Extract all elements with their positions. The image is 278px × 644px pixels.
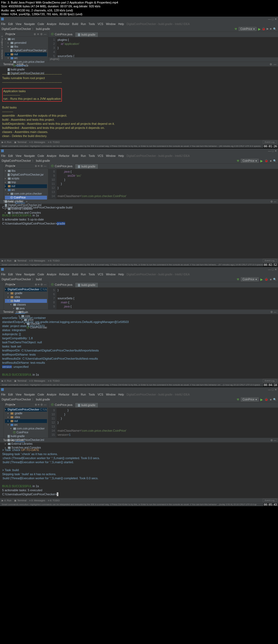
menu-help[interactable]: Help [118, 393, 124, 396]
bottom-terminal[interactable]: ▣ Terminal [14, 379, 26, 382]
menu-window[interactable]: Window [106, 273, 116, 276]
tree-ext[interactable]: External Libraries [11, 442, 33, 446]
bottom-todo[interactable]: ≡ 6: TODO [48, 259, 59, 262]
bottom-terminal[interactable]: ▣ Terminal [14, 259, 26, 262]
menu-edit[interactable]: Edit [8, 154, 13, 157]
menu-refactor[interactable]: Refactor [59, 23, 70, 26]
tree-src[interactable]: src [14, 423, 18, 427]
breadcrumb-file[interactable]: build.gradle [36, 27, 50, 30]
terminal-add-icon[interactable]: + [26, 310, 28, 313]
project-tree[interactable]: ▾DigitalCoinPriceChecker C:\Users\abuei\… [4, 407, 48, 450]
menu-edit[interactable]: Edit [8, 393, 13, 396]
menu-vcs[interactable]: VCS [98, 154, 103, 157]
menu-run[interactable]: Run [81, 23, 86, 26]
menu-window[interactable]: Window [106, 393, 116, 396]
editor[interactable]: 5678910 } sourceSets { main { java { src… [48, 288, 278, 309]
menu-help[interactable]: Help [118, 23, 124, 26]
run-config-select[interactable]: CoinPrice ▾ [239, 27, 257, 31]
bottom-todo[interactable]: ≡ 6: TODO [48, 379, 59, 382]
breadcrumb-project[interactable]: DigitalCoinPriceChecker [2, 278, 31, 281]
menu-code[interactable]: Code [37, 273, 44, 276]
menu-view[interactable]: View [15, 154, 21, 157]
menu-edit[interactable]: Edit [8, 273, 13, 276]
bottom-todo[interactable]: ≡ 6: TODO [48, 499, 59, 502]
stop-icon[interactable]: ■ [270, 398, 271, 401]
tree-root[interactable]: DigitalCoinPriceChecker [8, 288, 39, 291]
target-icon[interactable]: ⊕ [34, 33, 36, 36]
breadcrumb-build[interactable]: build [36, 278, 42, 281]
menu-file[interactable]: File [1, 154, 5, 157]
menu-tools[interactable]: Tools [89, 273, 95, 276]
menu-tools[interactable]: Tools [89, 23, 95, 26]
menu-run[interactable]: Run [81, 273, 86, 276]
menu-run[interactable]: Run [81, 393, 86, 396]
menu-file[interactable]: File [1, 23, 5, 26]
tree-idea[interactable]: .idea [14, 415, 20, 419]
search-icon[interactable]: 🔍 [273, 159, 276, 162]
editor-tab-buildgradle[interactable]: build.gradle [75, 164, 98, 169]
editor-tab-buildgradle[interactable]: build.gradle [75, 32, 98, 37]
gear-icon[interactable]: ⚙ [40, 33, 43, 36]
tree-gradle[interactable]: .gradle [14, 291, 23, 295]
editor[interactable]: 891011121314 java { srcDir 'src' } } } m… [48, 169, 278, 199]
tree-generated[interactable]: generated [14, 41, 26, 45]
editor-tab-coinprice[interactable]: ⓒCoinPrice.java [48, 163, 75, 169]
run-icon[interactable]: ▶ [260, 159, 263, 163]
tree-pkg[interactable]: com.coin.price.checker [17, 427, 45, 431]
editor-breadcrumb[interactable]: plugins() [48, 57, 278, 62]
tree-class[interactable]: CoinPrice [17, 431, 28, 434]
search-icon[interactable]: 🔍 [273, 398, 276, 401]
terminal-tab-local[interactable]: Local [15, 310, 25, 314]
terminal-tab-local[interactable]: Local [15, 63, 25, 66]
build-icon[interactable]: ⚒ [237, 159, 239, 162]
editor-tab-buildgradle[interactable]: build.gradle [75, 403, 98, 407]
menu-analyze[interactable]: Analyze [47, 393, 56, 396]
window-controls[interactable]: — □ ✕ [268, 17, 277, 21]
collapse-icon[interactable]: ≑ [37, 33, 39, 36]
menu-build[interactable]: Build [72, 393, 78, 396]
menu-view[interactable]: View [15, 273, 21, 276]
terminal-add-icon[interactable]: + [26, 200, 28, 203]
menu-window[interactable]: Window [106, 154, 116, 157]
bottom-run[interactable]: ▶ 4: Run [2, 141, 11, 144]
debug-icon[interactable]: 🐞 [262, 27, 266, 31]
menu-vcs[interactable]: VCS [98, 393, 103, 396]
terminal-tab-local[interactable]: Local [15, 200, 25, 203]
event-log[interactable]: Event Log [263, 140, 276, 144]
debug-icon[interactable]: 🐞 [264, 278, 268, 281]
menu-refactor[interactable]: Refactor [59, 393, 70, 396]
menu-view[interactable]: View [15, 23, 21, 26]
menu-vcs[interactable]: VCS [98, 273, 103, 276]
bottom-messages[interactable]: ≡ 0: Messages [29, 499, 45, 502]
build-icon[interactable]: ⚒ [235, 27, 237, 30]
editor-tab-buildgradle[interactable]: build.gradle [75, 283, 98, 287]
bottom-messages[interactable]: ≡ 0: Messages [29, 141, 45, 144]
run-icon[interactable]: ▶ [260, 278, 263, 281]
hide-icon[interactable]: — [274, 63, 276, 66]
menu-view[interactable]: View [15, 393, 21, 396]
tree-out[interactable]: out [11, 184, 15, 188]
terminal-output[interactable]: > Task :check UP-TO-DATE Skipping task '… [0, 443, 278, 498]
tree-root[interactable]: DigitalCoinPriceChecker [8, 408, 39, 412]
menu-refactor[interactable]: Refactor [59, 154, 70, 157]
tree-root[interactable]: src [11, 37, 15, 41]
bottom-terminal[interactable]: ▣ Terminal [14, 499, 26, 502]
breadcrumb-project[interactable]: DigitalCoinPriceChecker [2, 159, 31, 162]
bottom-run[interactable]: ▶ 4: Run [2, 259, 11, 262]
bottom-todo[interactable]: ≡ 6: TODO [48, 141, 59, 144]
bottom-terminal[interactable]: ▣ Terminal [14, 141, 26, 144]
menu-vcs[interactable]: VCS [98, 23, 103, 26]
run-icon[interactable]: ▶ [260, 398, 263, 402]
left-gutter[interactable] [0, 282, 4, 309]
bottom-messages[interactable]: ≡ 0: Messages [29, 379, 45, 382]
bottom-run[interactable]: ▶ 4: Run [2, 499, 11, 502]
tree-classes[interactable]: classes [17, 303, 26, 307]
breadcrumb-file[interactable]: build.gradle [36, 159, 50, 162]
menu-build[interactable]: Build [72, 154, 78, 157]
menubar[interactable]: File Edit View Navigate Code Analyze Ref… [0, 21, 278, 26]
tree-class[interactable]: CoinPrice [14, 196, 26, 200]
terminal-output[interactable]: sourceSets: SourceSet container standard… [0, 314, 278, 378]
left-gutter[interactable] [0, 402, 4, 438]
tree-buildgradle[interactable]: build.gradle [11, 68, 25, 71]
tree-jar[interactable]: DigitalCoinPriceChecker.jar [11, 173, 44, 177]
